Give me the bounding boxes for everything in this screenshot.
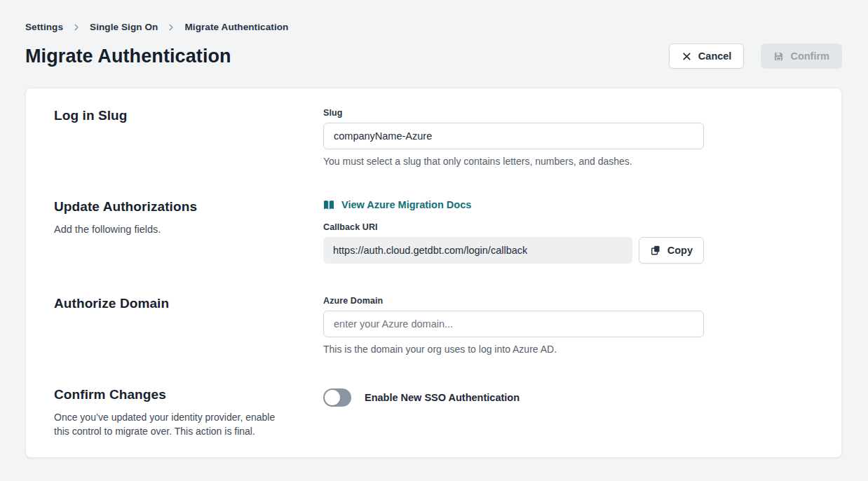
book-icon bbox=[323, 200, 334, 210]
section-login-slug: Log in Slug Slug You must select a slug … bbox=[54, 108, 813, 167]
callback-uri-value: https://auth.cloud.getdbt.com/login/call… bbox=[323, 237, 632, 264]
confirm-changes-description: Once you’ve updated your identity provid… bbox=[54, 410, 292, 439]
section-authorize-domain: Authorize Domain Azure Domain This is th… bbox=[54, 296, 813, 355]
authorize-domain-heading: Authorize Domain bbox=[54, 296, 292, 311]
update-authorizations-heading: Update Authorizations bbox=[54, 199, 292, 215]
azure-domain-label: Azure Domain bbox=[323, 296, 704, 306]
azure-domain-help-text: This is the domain your org uses to log … bbox=[323, 344, 704, 355]
copy-button-label: Copy bbox=[667, 245, 693, 256]
chevron-right-icon bbox=[72, 23, 81, 32]
header-actions: Cancel Confirm bbox=[669, 43, 842, 69]
confirm-button[interactable]: Confirm bbox=[761, 43, 842, 69]
breadcrumb: Settings Single Sign On Migrate Authenti… bbox=[25, 22, 843, 32]
toggle-knob bbox=[325, 390, 340, 405]
breadcrumb-migrate-authentication: Migrate Authentication bbox=[184, 22, 288, 32]
confirm-button-label: Confirm bbox=[790, 50, 829, 62]
enable-sso-toggle[interactable] bbox=[323, 388, 351, 407]
chevron-right-icon bbox=[167, 23, 175, 32]
section-update-authorizations: Update Authorizations Add the following … bbox=[54, 199, 813, 264]
x-icon bbox=[681, 51, 692, 62]
save-icon bbox=[773, 51, 784, 62]
update-authorizations-subtext: Add the following fields. bbox=[54, 222, 292, 237]
azure-migration-docs-link[interactable]: View Azure Migration Docs bbox=[323, 199, 471, 210]
breadcrumb-single-sign-on[interactable]: Single Sign On bbox=[90, 22, 158, 32]
azure-migration-docs-link-label: View Azure Migration Docs bbox=[341, 199, 471, 210]
enable-sso-toggle-label: Enable New SSO Authentication bbox=[365, 392, 520, 403]
section-confirm-changes: Confirm Changes Once you’ve updated your… bbox=[54, 387, 813, 439]
top-bar: Settings Single Sign On Migrate Authenti… bbox=[0, 0, 868, 32]
breadcrumb-settings[interactable]: Settings bbox=[25, 22, 63, 32]
settings-card: Log in Slug Slug You must select a slug … bbox=[25, 88, 842, 458]
page-title: Migrate Authentication bbox=[25, 46, 231, 67]
azure-domain-input[interactable] bbox=[323, 311, 704, 337]
confirm-changes-heading: Confirm Changes bbox=[54, 387, 292, 402]
slug-input[interactable] bbox=[323, 123, 704, 149]
copy-button[interactable]: Copy bbox=[639, 237, 704, 264]
copy-icon bbox=[650, 245, 661, 256]
callback-uri-label: Callback URI bbox=[323, 222, 704, 232]
slug-help-text: You must select a slug that only contain… bbox=[323, 156, 704, 167]
slug-label: Slug bbox=[323, 108, 704, 118]
page-header: Migrate Authentication Cancel Confirm bbox=[0, 43, 868, 69]
cancel-button-label: Cancel bbox=[698, 50, 732, 62]
login-slug-heading: Log in Slug bbox=[54, 108, 292, 123]
cancel-button[interactable]: Cancel bbox=[669, 43, 745, 69]
